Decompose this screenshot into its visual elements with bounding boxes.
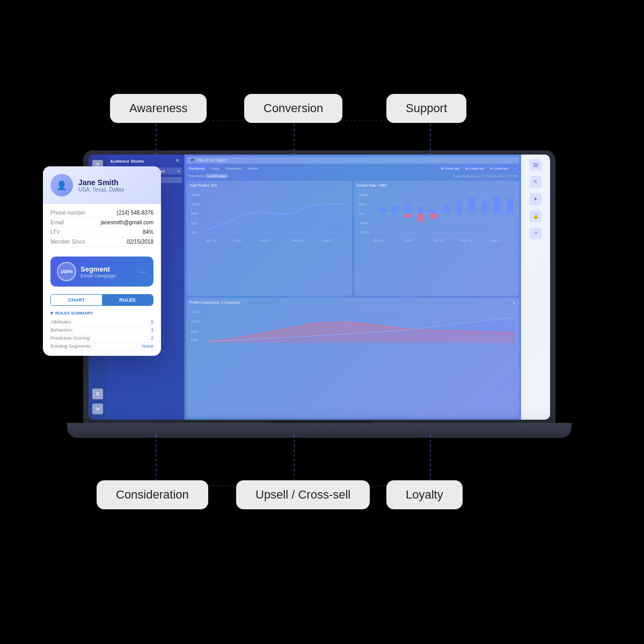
svg-text:Mar 23: Mar 23: [460, 239, 472, 242]
svg-text:Mar 23: Mar 23: [291, 239, 303, 242]
analytics-lock-icon[interactable]: 🔒: [530, 210, 541, 222]
svg-rect-44: [494, 196, 500, 214]
more-options-btn[interactable]: ···: [512, 166, 519, 171]
tab-activations[interactable]: Activations: [224, 166, 244, 171]
total-profiles-area: 1500 1000 800 600 400: [189, 189, 349, 293]
svg-text:600: 600: [191, 222, 198, 225]
svg-text:Apr 8: Apr 8: [324, 239, 333, 242]
svg-text:1500: 1500: [191, 193, 200, 196]
svg-text:800: 800: [191, 330, 198, 333]
svg-text:1000: 1000: [191, 320, 200, 323]
create-btn-2[interactable]: ⊕ Create new: [463, 166, 486, 171]
tab-rules[interactable]: RULES: [102, 295, 153, 305]
dashboard-panel: 🏴 Title of the Object Dashboard Rules Ac…: [185, 155, 521, 420]
rule-attributes: Attributes: 5: [50, 318, 153, 326]
edit-icon[interactable]: ✎: [513, 301, 516, 306]
timeframe-label: Time frame:: [188, 174, 206, 178]
segment-name: Segment: [80, 265, 135, 273]
svg-rect-40: [443, 204, 449, 214]
nav-icon-settings[interactable]: ⚙: [92, 389, 103, 399]
svg-text:Jan 15: Jan 15: [372, 239, 384, 242]
segment-box: 100% Segment Email Campaign ···: [50, 257, 153, 287]
tab-chart[interactable]: CHART: [51, 295, 102, 305]
comparison-title: Profile Comparison: 2 Compared: [189, 301, 240, 304]
profile-comparison-card: Profile Comparison: 2 Compared ✎ 1200 10…: [187, 298, 519, 418]
svg-rect-36: [392, 206, 398, 214]
label-loyalty: Loyalty: [386, 480, 463, 509]
label-awareness: Awareness: [110, 94, 207, 123]
svg-text:Feb 07: Feb 07: [433, 239, 444, 242]
svg-rect-48: [430, 214, 436, 219]
growth-rate-svg: 100% 50% 0% -50% -100%: [357, 189, 517, 243]
rules-summary-header: RULES SUMMARY: [50, 310, 153, 316]
label-conversion: Conversion: [244, 94, 342, 123]
parent-info-text: Parent Segment last run: April 14, 2024,…: [453, 174, 517, 178]
total-profiles-title: Total Profiles: 821: [189, 184, 349, 187]
tab-profiles[interactable]: Profiles: [246, 166, 261, 171]
profile-header: 👤 Jane Smith USA, Texas, Dallas: [43, 166, 161, 204]
profile-card: 👤 Jane Smith USA, Texas, Dallas Phone nu…: [43, 166, 161, 356]
svg-rect-37: [405, 203, 411, 214]
detail-ltv: LTV 84%: [50, 228, 153, 237]
search-icon[interactable]: 🔍: [175, 159, 181, 164]
timeframe-value[interactable]: Last 90 days: [206, 174, 228, 178]
laptop-base: [67, 423, 572, 438]
analytics-panel: ▤ ✎ ✦ 🔒 ?: [521, 155, 550, 420]
segment-more-icon[interactable]: ···: [139, 267, 147, 276]
tab-rules[interactable]: Rules: [209, 166, 221, 171]
analytics-pencil-icon[interactable]: ✎: [530, 176, 541, 188]
rules-summary: RULES SUMMARY Attributes: 5 Behaviors: 3…: [50, 310, 153, 350]
profile-name: Jane Smith: [78, 178, 124, 187]
segment-info: Segment Email Campaign: [80, 265, 135, 279]
growth-rate-title: Growth Rate: +48%: [357, 184, 517, 187]
detail-phone: Phone number (214) 548-8376: [50, 208, 153, 218]
audience-studio-title: Audience Studio: [110, 159, 144, 164]
segment-circle: 100%: [57, 262, 76, 281]
growth-rate-chart: Growth Rate: +48% 100% 50% 0% -50% -100%: [354, 181, 519, 296]
dashboard-tabs: Dashboard Rules Activations Profiles ⊕ C…: [187, 166, 519, 171]
create-btn-1[interactable]: ⊕ Create new: [438, 166, 462, 171]
svg-text:Apr 8: Apr 8: [491, 239, 500, 242]
label-support: Support: [386, 94, 466, 123]
chevron-icon[interactable]: ▾: [178, 169, 179, 173]
svg-text:-50%: -50%: [358, 222, 367, 225]
svg-rect-38: [418, 207, 424, 214]
scene: Awareness Conversion Support Considerati…: [0, 0, 644, 644]
analytics-filter-icon[interactable]: ▤: [530, 159, 541, 171]
svg-rect-42: [469, 197, 475, 214]
svg-text:600: 600: [191, 339, 198, 342]
chart-rules-tabs: CHART RULES: [50, 294, 153, 306]
label-consideration: Consideration: [97, 480, 208, 509]
svg-text:0%: 0%: [358, 212, 364, 215]
svg-rect-39: [430, 210, 436, 214]
rule-behaviors: Behaviors: 3: [50, 326, 153, 334]
profile-location: USA, Texas, Dallas: [78, 187, 124, 193]
create-btn-3[interactable]: ⊕ Create new: [488, 166, 511, 171]
svg-text:Feb 2: Feb 2: [405, 239, 414, 242]
audience-studio-header: Audience Studio 🔍: [109, 158, 182, 165]
svg-rect-43: [481, 202, 488, 214]
svg-rect-47: [418, 214, 424, 222]
svg-text:400: 400: [191, 231, 198, 234]
tab-dashboard[interactable]: Dashboard: [187, 166, 207, 171]
dashboard-object-title: Title of the Object: [197, 158, 226, 162]
segment-sub: Email Campaign: [80, 273, 135, 279]
svg-rect-45: [507, 199, 513, 214]
svg-rect-41: [456, 200, 462, 214]
analytics-star-icon[interactable]: ✦: [530, 193, 541, 205]
svg-rect-46: [405, 214, 411, 218]
svg-text:1200: 1200: [191, 310, 200, 313]
segment-section: 100% Segment Email Campaign ···: [43, 251, 161, 290]
svg-text:Feb 2: Feb 2: [233, 239, 243, 242]
label-upsell: Upsell / Cross-sell: [236, 480, 370, 509]
analytics-help-icon[interactable]: ?: [530, 228, 541, 239]
detail-email: Email janesmith@gmail.com: [50, 218, 153, 228]
svg-text:1000: 1000: [191, 203, 200, 206]
avatar: 👤: [50, 174, 73, 196]
svg-text:Jan 15: Jan 15: [206, 239, 217, 242]
detail-member-since: Member Since 02/15/2018: [50, 237, 153, 247]
nav-icon-js[interactable]: JS: [92, 404, 103, 414]
svg-text:-100%: -100%: [358, 231, 369, 234]
comparison-svg: 1200 1000 800 600: [189, 306, 516, 344]
profile-details: Phone number (214) 548-8376 Email janesm…: [43, 204, 161, 251]
